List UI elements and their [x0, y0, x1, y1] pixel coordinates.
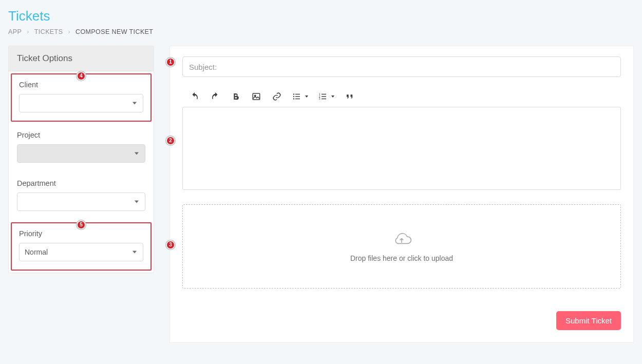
- chevron-right-icon: ›: [68, 28, 70, 35]
- cloud-upload-icon: [391, 231, 412, 249]
- chevron-right-icon: ›: [27, 28, 29, 35]
- ticket-options-panel: Ticket Options 4 Client Project Departme…: [8, 46, 154, 273]
- dropzone-text: Drop files here or click to upload: [350, 254, 453, 262]
- priority-select[interactable]: Normal: [19, 243, 143, 261]
- editor-textarea[interactable]: [182, 107, 621, 190]
- client-field-block: 4 Client: [11, 73, 152, 122]
- compose-panel: 1 123 2 3: [169, 46, 634, 343]
- image-icon[interactable]: [251, 91, 261, 102]
- breadcrumb: APP › TICKETS › COMPOSE NEW TICKET: [8, 28, 634, 35]
- chevron-down-icon: [305, 95, 308, 98]
- breadcrumb-current: COMPOSE NEW TICKET: [75, 28, 153, 35]
- bold-icon[interactable]: [231, 91, 241, 102]
- marker-3: 3: [166, 240, 175, 250]
- file-dropzone[interactable]: Drop files here or click to upload: [182, 204, 621, 289]
- link-icon[interactable]: [272, 91, 282, 102]
- marker-2: 2: [166, 136, 175, 145]
- project-field-block: Project: [9, 124, 154, 172]
- marker-4: 4: [77, 71, 86, 81]
- svg-rect-0: [253, 93, 260, 100]
- svg-point-2: [293, 93, 294, 94]
- department-field-block: Department: [9, 172, 154, 220]
- undo-icon[interactable]: [190, 91, 200, 102]
- editor-toolbar: 123: [182, 91, 621, 107]
- submit-ticket-button[interactable]: Submit Ticket: [556, 311, 621, 330]
- department-label: Department: [17, 179, 145, 187]
- project-select: [17, 144, 145, 163]
- breadcrumb-tickets[interactable]: TICKETS: [34, 28, 63, 35]
- svg-point-3: [293, 96, 294, 97]
- svg-rect-11: [322, 94, 326, 95]
- project-label: Project: [17, 131, 145, 139]
- priority-field-block: 5 Priority Normal: [11, 222, 152, 271]
- marker-5: 5: [77, 220, 86, 229]
- svg-rect-12: [322, 96, 326, 97]
- ordered-list-button[interactable]: 123: [318, 92, 334, 101]
- marker-1: 1: [166, 58, 175, 67]
- bullet-list-button[interactable]: [292, 92, 308, 101]
- sidebar-header: Ticket Options: [9, 46, 154, 71]
- client-label: Client: [19, 81, 143, 89]
- chevron-down-icon: [331, 95, 334, 98]
- quote-icon[interactable]: [345, 91, 355, 102]
- svg-rect-7: [295, 99, 300, 100]
- svg-rect-13: [322, 99, 326, 100]
- svg-rect-5: [295, 94, 300, 95]
- svg-text:3: 3: [319, 97, 320, 100]
- department-select[interactable]: [17, 193, 145, 211]
- page-title: Tickets: [8, 8, 634, 24]
- svg-point-4: [293, 98, 294, 99]
- subject-input[interactable]: [182, 56, 621, 77]
- priority-label: Priority: [19, 229, 143, 238]
- svg-rect-6: [295, 96, 300, 97]
- client-select[interactable]: [19, 94, 143, 112]
- breadcrumb-root[interactable]: APP: [8, 28, 22, 35]
- redo-icon[interactable]: [210, 91, 220, 102]
